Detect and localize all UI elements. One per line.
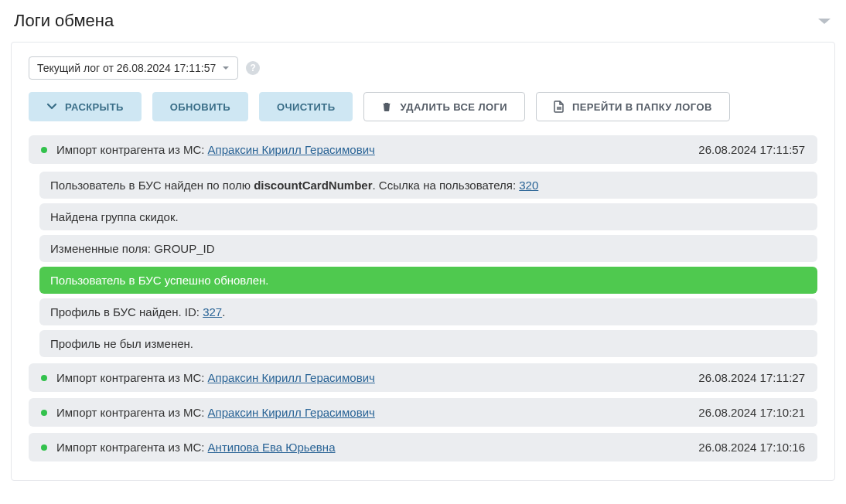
user-link[interactable]: 320: [519, 179, 538, 192]
log-entry[interactable]: Импорт контрагента из МС: Антипова Ева Ю…: [29, 433, 817, 461]
log-entry[interactable]: Импорт контрагента из МС: Апраксин Кирил…: [29, 398, 817, 427]
log-select[interactable]: Текущий лог от 26.08.2024 17:11:57: [29, 56, 238, 80]
log-timestamp: 26.08.2024 17:10:16: [698, 441, 805, 454]
log-entry-prefix: Импорт контрагента из МС:: [56, 371, 208, 384]
open-folder-button[interactable]: ПЕРЕЙТИ В ПАПКУ ЛОГОВ: [536, 92, 730, 121]
open-folder-label: ПЕРЕЙТИ В ПАПКУ ЛОГОВ: [572, 101, 712, 113]
trash-icon: [381, 101, 392, 112]
status-dot: [41, 410, 47, 416]
detail-text: .: [222, 305, 225, 318]
help-icon[interactable]: ?: [246, 61, 260, 75]
log-detail-success: Пользователь в БУС успешно обновлен.: [39, 267, 817, 294]
log-entry-text: Импорт контрагента из МС: Апраксин Кирил…: [56, 143, 689, 156]
log-entry-text: Импорт контрагента из МС: Апраксин Кирил…: [56, 371, 689, 384]
log-detail-line: Профиль не был изменен.: [39, 330, 817, 357]
detail-bold: discountCardNumber: [254, 179, 372, 192]
detail-text: . Ссылка на пользователя:: [373, 179, 520, 192]
log-detail-line: Профиль в БУС найден. ID: 327.: [39, 298, 817, 325]
log-entry-link[interactable]: Антипова Ева Юрьевна: [208, 441, 336, 454]
document-icon: [554, 100, 565, 113]
status-dot: [41, 375, 47, 381]
log-entry-link[interactable]: Апраксин Кирилл Герасимович: [208, 143, 375, 156]
log-entry[interactable]: Импорт контрагента из МС: Апраксин Кирил…: [29, 135, 817, 164]
log-timestamp: 26.08.2024 17:10:21: [698, 406, 805, 419]
caret-down-icon: [222, 62, 230, 74]
log-timestamp: 26.08.2024 17:11:27: [698, 371, 805, 384]
expand-button[interactable]: РАСКРЫТЬ: [29, 92, 142, 121]
log-timestamp: 26.08.2024 17:11:57: [698, 143, 805, 156]
log-entry[interactable]: Импорт контрагента из МС: Апраксин Кирил…: [29, 363, 817, 392]
log-entry-text: Импорт контрагента из МС: Антипова Ева Ю…: [56, 441, 689, 454]
log-select-label: Текущий лог от 26.08.2024 17:11:57: [37, 62, 216, 74]
status-dot: [41, 444, 47, 451]
log-detail-line: Найдена группа скидок.: [39, 203, 817, 230]
profile-link[interactable]: 327: [203, 305, 222, 318]
log-details: Пользователь в БУС найден по полю discou…: [39, 172, 817, 357]
page-title: Логи обмена: [14, 11, 114, 31]
delete-all-label: УДАЛИТЬ ВСЕ ЛОГИ: [400, 101, 507, 113]
status-dot: [41, 147, 47, 153]
log-entry-link[interactable]: Апраксин Кирилл Герасимович: [208, 371, 375, 384]
log-entry-prefix: Импорт контрагента из МС:: [56, 406, 208, 419]
collapse-icon[interactable]: [817, 15, 832, 26]
detail-text: Профиль в БУС найден. ID:: [50, 305, 203, 318]
log-panel: Текущий лог от 26.08.2024 17:11:57 ? РАС…: [11, 42, 835, 481]
log-detail-line: Измененные поля: GROUP_ID: [39, 235, 817, 262]
delete-all-button[interactable]: УДАЛИТЬ ВСЕ ЛОГИ: [363, 92, 525, 121]
log-entry-link[interactable]: Апраксин Кирилл Герасимович: [208, 406, 375, 419]
clear-label: ОЧИСТИТЬ: [277, 101, 335, 113]
detail-text: Пользователь в БУС найден по полю: [50, 179, 254, 192]
log-detail-line: Пользователь в БУС найден по полю discou…: [39, 172, 817, 199]
clear-button[interactable]: ОЧИСТИТЬ: [259, 92, 353, 121]
log-entry-text: Импорт контрагента из МС: Апраксин Кирил…: [56, 406, 689, 419]
refresh-button[interactable]: ОБНОВИТЬ: [152, 92, 248, 121]
log-entry-prefix: Импорт контрагента из МС:: [56, 143, 208, 156]
log-entry-prefix: Импорт контрагента из МС:: [56, 441, 208, 454]
expand-label: РАСКРЫТЬ: [65, 101, 124, 113]
chevron-down-icon: [46, 101, 57, 112]
refresh-label: ОБНОВИТЬ: [170, 101, 230, 113]
